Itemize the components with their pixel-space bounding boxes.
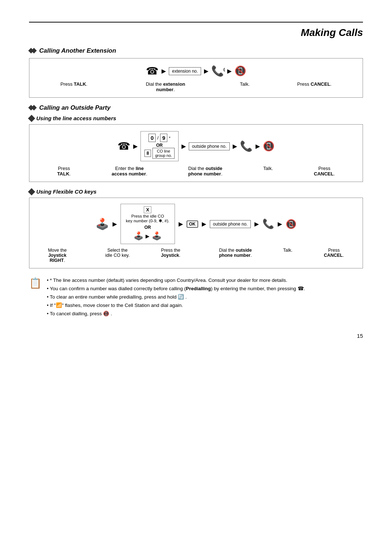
talk-icon-2: 📞 — [240, 140, 253, 152]
arrow-9: ▶ — [179, 220, 183, 227]
handset-icon-2: ☎ — [118, 140, 130, 152]
extension-diagram-box: ☎ ▶ extension no. ▶ 📞(( ▶ 📵 Press TALK. — [29, 58, 363, 98]
label-press-cancel-1: Press CANCEL. — [296, 81, 333, 92]
extension-box: extension no. — [169, 67, 201, 75]
arrow-1: ▶ — [162, 68, 166, 74]
label-enter-line: Enter the lineaccess number. — [110, 166, 149, 177]
arrow-12: ▶ — [278, 220, 282, 227]
label-select-idle: Select theidle CO key. — [105, 248, 130, 263]
outside-phone-box-2: outside phone no. — [210, 220, 251, 228]
label-press-cancel-2: PressCANCEL. — [313, 166, 336, 177]
label-talk-2: Talk. — [262, 166, 274, 177]
label-talk-1: Talk. — [238, 81, 251, 92]
label-press-joystick: Press theJoystick. — [161, 248, 181, 263]
arrow-5: ▶ — [181, 143, 186, 150]
keypad-options-box: 0 / 9 * OR 8 CO linegroup no. — [140, 131, 179, 161]
joystick-right: 🕹️ — [95, 218, 109, 230]
cancel-icon-2: 📵 — [263, 141, 274, 152]
arrow-11: ▶ — [254, 220, 259, 227]
line-access-flow-row: ☎ ▶ 0 / 9 * OR 8 CO linegroup no. — [37, 131, 355, 161]
label-joystick-right: Move theJoystickRIGHT. — [48, 248, 66, 263]
note-icon: 📋 — [29, 277, 42, 318]
section-header-extension: Calling Another Extension — [29, 47, 363, 54]
idle-co-box: X Press the idle COkey number (0-9, ✱, #… — [121, 204, 175, 244]
note-2: You can confirm a number was dialled cor… — [47, 285, 305, 293]
arrow-3: ▶ — [227, 68, 232, 74]
arrow-8: ▶ — [113, 220, 117, 227]
arrow-10: ▶ — [202, 220, 206, 227]
page-title: Making Calls — [29, 22, 363, 39]
line-access-diagram-box: ☎ ▶ 0 / 9 * OR 8 CO linegroup no. — [29, 124, 363, 182]
notes-list: * The line access number (default) varie… — [47, 276, 305, 318]
arrow-7: ▶ — [256, 143, 260, 150]
talk-icon-1: 📞(( — [211, 65, 224, 77]
ok-button-icon: OK — [187, 220, 198, 228]
flex-co-diagram-box: 🕹️ ▶ X Press the idle COkey number (0-9,… — [29, 198, 363, 268]
label-dial-outside-2: Dial the outsidephone number. — [219, 248, 252, 263]
cancel-icon-3: 📵 — [286, 219, 297, 229]
subsection-flex-co: Using Flexible CO keys — [29, 189, 363, 195]
notes-section: 📋 * The line access number (default) var… — [29, 276, 363, 318]
arrow-4: ▶ — [133, 143, 138, 150]
extension-flow-row: ☎ ▶ extension no. ▶ 📞(( ▶ 📵 — [37, 65, 355, 77]
arrow-6: ▶ — [233, 143, 237, 150]
section-calling-extension: Calling Another Extension ☎ ▶ extension … — [29, 47, 363, 98]
handset-icon-1: ☎ — [146, 65, 159, 77]
label-dial-extension: Dial the extensionnumber. — [144, 81, 187, 92]
subsection-line-access: Using the line access numbers — [29, 115, 363, 121]
note-4: If "📶" flashes, move closer to the Cell … — [47, 301, 305, 310]
label-press-cancel-3: PressCANCEL. — [324, 248, 344, 263]
note-3: To clear an entire number while prediall… — [47, 293, 305, 301]
talk-icon-3: 📞 — [262, 218, 274, 230]
arrow-2: ▶ — [204, 68, 208, 74]
section-calling-outside: Calling an Outside Party Using the line … — [29, 104, 363, 268]
section-header-outside: Calling an Outside Party — [29, 104, 363, 112]
label-dial-outside: Dial the outsidephone number. — [187, 166, 224, 177]
label-press-talk-2: PressTALK. — [56, 166, 72, 177]
cancel-icon-1: 📵 — [234, 65, 246, 77]
page-number: 15 — [29, 333, 363, 339]
label-press-talk-1: Press TALK. — [59, 81, 89, 92]
note-5: To cancel dialling, press 📵 . — [47, 310, 305, 318]
label-talk-3: Talk. — [283, 248, 293, 263]
outside-phone-box-1: outside phone no. — [189, 142, 230, 150]
note-1: * The line access number (default) varie… — [47, 276, 305, 285]
